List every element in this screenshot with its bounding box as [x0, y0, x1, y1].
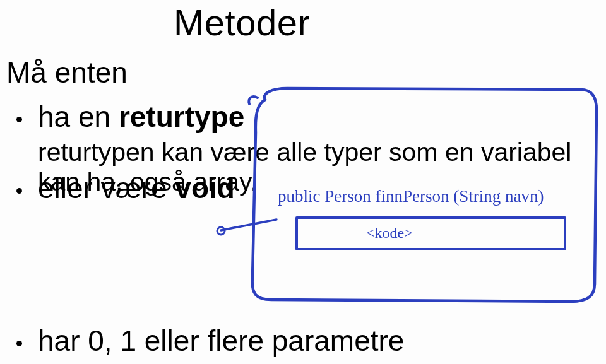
handwritten-body-placeholder: <kode> [366, 225, 413, 242]
bullet-2-prefix: eller være [38, 172, 175, 204]
handwritten-method-signature: public Person finnPerson (String navn) [278, 187, 544, 206]
bullet-icon [16, 188, 22, 194]
bullet-1-prefix: ha en [38, 100, 119, 133]
bullet-icon [16, 341, 22, 346]
bullet-1-bold: returtype [119, 100, 244, 133]
bullet-2-bold: void [175, 172, 235, 204]
subtitle: Må enten [6, 56, 128, 90]
bullet-3-text: har 0, 1 eller flere parametre [38, 324, 404, 358]
slide-title: Metoder [174, 1, 310, 44]
bullet-1-text: ha en returtype [38, 100, 244, 134]
bullet-icon [16, 117, 22, 122]
bullet-2-text: eller være void [38, 171, 235, 205]
svg-point-0 [217, 227, 225, 235]
